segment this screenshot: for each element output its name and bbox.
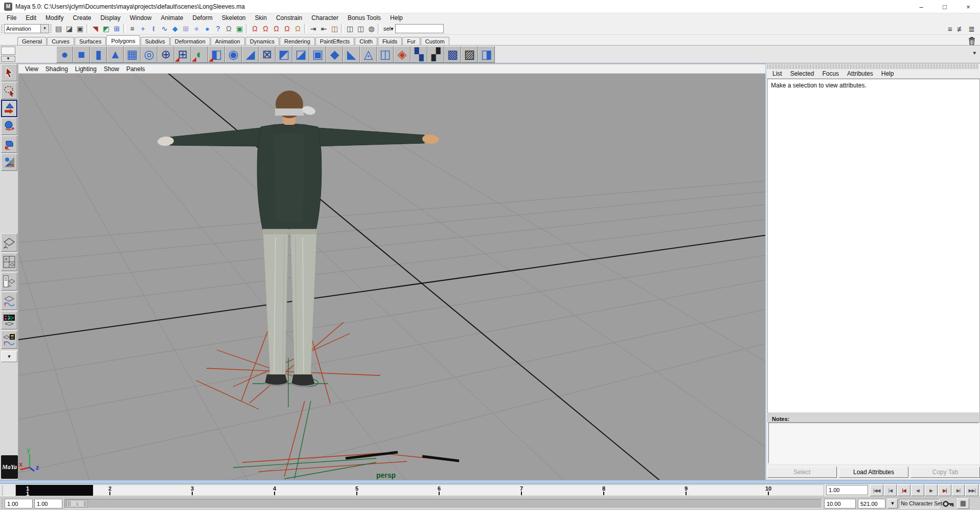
attribute-editor-drag-handle[interactable] bbox=[767, 64, 979, 69]
extrude-edge-icon[interactable]: ◪ bbox=[292, 46, 309, 63]
menu-constrain[interactable]: Constrain bbox=[271, 13, 307, 23]
copy-tab-button[interactable]: Copy Tab bbox=[910, 467, 980, 478]
make-live-icon[interactable]: Ω bbox=[292, 24, 303, 34]
mask-curves-icon[interactable]: ∿ bbox=[159, 24, 170, 34]
mask-misc-icon[interactable]: ? bbox=[213, 24, 223, 34]
rotate-tool[interactable] bbox=[1, 118, 17, 135]
menu-set-value[interactable]: Animation bbox=[4, 24, 41, 33]
menu-skin[interactable]: Skin bbox=[250, 13, 271, 23]
poly-torus-icon[interactable]: ◎ bbox=[141, 46, 157, 63]
shelf-tab-general[interactable]: General bbox=[17, 37, 47, 45]
script-editor-icon[interactable]: ▦ bbox=[957, 498, 969, 509]
viewport-menu-panels[interactable]: Panels bbox=[123, 65, 149, 73]
menu-modify[interactable]: Modify bbox=[41, 13, 68, 23]
menu-window[interactable]: Window bbox=[125, 13, 156, 23]
playback-start-field[interactable] bbox=[34, 499, 62, 508]
quick-select-input[interactable] bbox=[395, 24, 444, 33]
menu-create[interactable]: Create bbox=[68, 13, 96, 23]
append-polygon-icon[interactable]: ⊞◢ bbox=[174, 46, 191, 63]
layout-hypergraph-persp-button[interactable] bbox=[1, 311, 17, 329]
ae-menu-focus[interactable]: Focus bbox=[818, 69, 843, 79]
menu-animate[interactable]: Animate bbox=[156, 13, 188, 23]
poke-face-icon[interactable]: ◬ bbox=[360, 46, 377, 63]
step-back-key-button[interactable]: |◀ bbox=[897, 484, 910, 496]
animation-start-field[interactable] bbox=[5, 499, 33, 508]
menu-file[interactable]: File bbox=[2, 13, 21, 23]
viewport-canvas[interactable]: y x z persp bbox=[18, 74, 765, 481]
sculpt-polygon-tool-icon[interactable]: ◈ bbox=[394, 46, 411, 63]
range-slider-handle[interactable]: 1 bbox=[66, 500, 88, 507]
step-forward-key-button[interactable]: ▶| bbox=[938, 484, 951, 496]
select-object-icon[interactable]: ◩ bbox=[101, 24, 111, 34]
go-to-start-button[interactable]: |◀◀ bbox=[870, 484, 883, 496]
shelf-tab-fur[interactable]: Fur bbox=[402, 37, 420, 45]
shelf-tab-deformation[interactable]: Deformation bbox=[170, 37, 210, 45]
ae-menu-list[interactable]: List bbox=[768, 69, 786, 79]
status-line-drag-handle[interactable] bbox=[1, 25, 3, 33]
lasso-tool[interactable] bbox=[1, 82, 17, 99]
step-forward-frame-button[interactable]: ▶| bbox=[952, 484, 965, 496]
merge-vertices-icon[interactable]: ▣ bbox=[309, 46, 326, 63]
time-slider-drag-handle[interactable] bbox=[2, 485, 3, 495]
mirror-geometry-icon[interactable]: ◫ bbox=[377, 46, 394, 63]
shelf-tab-animation[interactable]: Animation bbox=[211, 37, 245, 45]
range-handle-right-grip[interactable] bbox=[84, 501, 86, 506]
layout-persp-graph-button[interactable] bbox=[1, 292, 17, 310]
viewport-menu-lighting[interactable]: Lighting bbox=[72, 65, 100, 73]
menu-set-selector[interactable]: Animation ▼ bbox=[4, 24, 49, 33]
time-slider[interactable]: 1 12345678910 bbox=[15, 484, 824, 496]
mask-points-icon[interactable]: + bbox=[138, 24, 148, 34]
perspective-viewport-panel[interactable]: ViewShadingLightingShowPanels bbox=[18, 63, 765, 480]
layout-single-persp-button[interactable] bbox=[1, 233, 17, 252]
wedge-face-icon[interactable]: ◣ bbox=[343, 46, 360, 63]
shelf-tab-fluids[interactable]: Fluids bbox=[378, 37, 402, 45]
shelf-tab-rendering[interactable]: Rendering bbox=[280, 37, 315, 45]
extrude-face-icon[interactable]: ◩ bbox=[276, 46, 292, 63]
create-polygon-tool-icon[interactable]: ⊕ bbox=[157, 46, 174, 63]
open-scene-icon[interactable]: ◪ bbox=[64, 24, 75, 34]
shelf-tab-dynamics[interactable]: Dynamics bbox=[245, 37, 279, 45]
ipr-render-icon[interactable]: ◫ bbox=[355, 24, 366, 34]
lock-icon[interactable]: Ω bbox=[223, 24, 234, 34]
menu-deform[interactable]: Deform bbox=[188, 13, 217, 23]
character-set-indicator[interactable]: No Character Set bbox=[899, 499, 940, 508]
minimize-button[interactable]: – bbox=[909, 0, 933, 13]
show-manipulator-tool[interactable] bbox=[1, 153, 17, 171]
input-connections-icon[interactable]: ⇥ bbox=[308, 24, 318, 34]
bevel-icon[interactable]: ◆ bbox=[326, 46, 343, 63]
highlight-selection-icon[interactable]: ▣ bbox=[234, 24, 245, 34]
ae-menu-help[interactable]: Help bbox=[877, 69, 898, 79]
scale-tool[interactable] bbox=[1, 136, 17, 153]
animation-end-field[interactable] bbox=[858, 499, 885, 508]
select-tool[interactable] bbox=[1, 64, 17, 81]
shelf-tab-painteffects[interactable]: PaintEffects bbox=[315, 37, 355, 45]
quick-select-arrow-icon[interactable]: ▾ bbox=[391, 26, 394, 32]
layout-four-view-button[interactable] bbox=[1, 253, 17, 271]
subdivide-icon[interactable]: ◢ bbox=[242, 46, 259, 63]
uv-mapping-icon[interactable]: ▚ bbox=[411, 46, 427, 63]
poly-cylinder-icon[interactable]: ▮ bbox=[90, 46, 107, 63]
construction-history-icon[interactable]: ◫ bbox=[329, 24, 340, 34]
select-button[interactable]: Select bbox=[767, 467, 837, 478]
uv-snapshot-icon[interactable]: ▨ bbox=[461, 46, 478, 63]
snap-grids-icon[interactable]: Ω bbox=[249, 24, 260, 34]
snap-curves-icon[interactable]: Ω bbox=[260, 24, 271, 34]
mask-deformations-icon[interactable]: ⊞ bbox=[180, 24, 191, 34]
notes-field[interactable] bbox=[768, 423, 979, 463]
shelf-tab-polygons[interactable]: Polygons bbox=[106, 35, 140, 45]
shelf-tab-surfaces[interactable]: Surfaces bbox=[75, 37, 106, 45]
select-hierarchy-icon[interactable]: ◥ bbox=[90, 24, 101, 34]
mask-rendering-icon[interactable]: ● bbox=[202, 24, 213, 34]
menu-skeleton[interactable]: Skeleton bbox=[217, 13, 250, 23]
menu-bonus-tools[interactable]: Bonus Tools bbox=[343, 13, 385, 23]
output-connections-icon[interactable]: ⇤ bbox=[318, 24, 329, 34]
shelf-tab-cloth[interactable]: Cloth bbox=[355, 37, 377, 45]
shelf-tab-subdivs[interactable]: Subdivs bbox=[141, 37, 170, 45]
poly-misc-icon[interactable]: ◨ bbox=[478, 46, 495, 63]
mask-surfaces-icon[interactable]: ◆ bbox=[170, 24, 180, 34]
go-to-end-button[interactable]: ▶▶| bbox=[965, 484, 978, 496]
menu-help[interactable]: Help bbox=[385, 13, 407, 23]
show-layer-editor-icon[interactable]: ≢ bbox=[955, 24, 966, 34]
viewport-menu-show[interactable]: Show bbox=[100, 65, 123, 73]
viewport-menu-shading[interactable]: Shading bbox=[42, 65, 72, 73]
